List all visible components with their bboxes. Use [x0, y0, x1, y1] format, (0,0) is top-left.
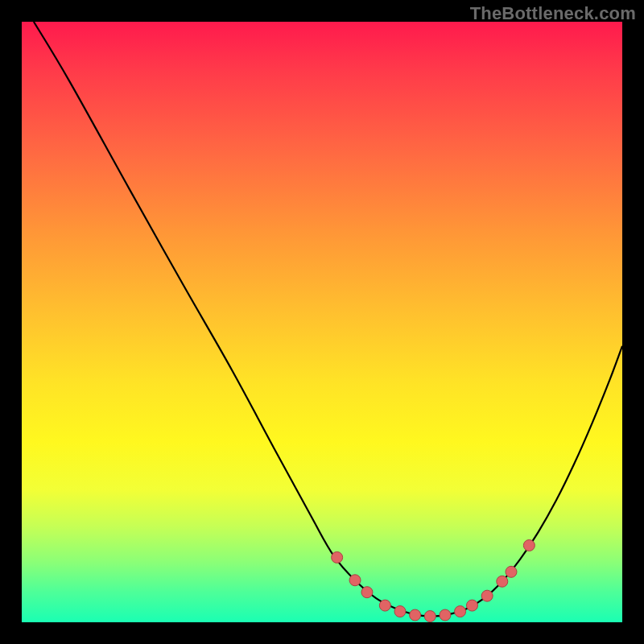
marker-dot: [424, 611, 436, 622]
marker-dot: [394, 606, 406, 617]
marker-dot: [481, 590, 493, 601]
marker-dot: [349, 575, 361, 586]
chart-frame: TheBottleneck.com: [0, 0, 644, 644]
watermark-text: TheBottleneck.com: [470, 3, 636, 24]
marker-dot: [455, 606, 466, 617]
marker-dot: [506, 566, 517, 577]
marker-dot: [440, 609, 451, 621]
marker-dot: [467, 600, 478, 611]
marker-dot: [497, 576, 508, 587]
marker-dot: [379, 600, 390, 611]
marker-dot: [361, 587, 373, 598]
marker-dots: [332, 540, 535, 622]
marker-dot: [410, 609, 421, 621]
chart-overlay: [22, 22, 622, 622]
bottleneck-curve: [34, 22, 622, 617]
marker-dot: [332, 551, 343, 563]
marker-dot: [523, 540, 535, 551]
